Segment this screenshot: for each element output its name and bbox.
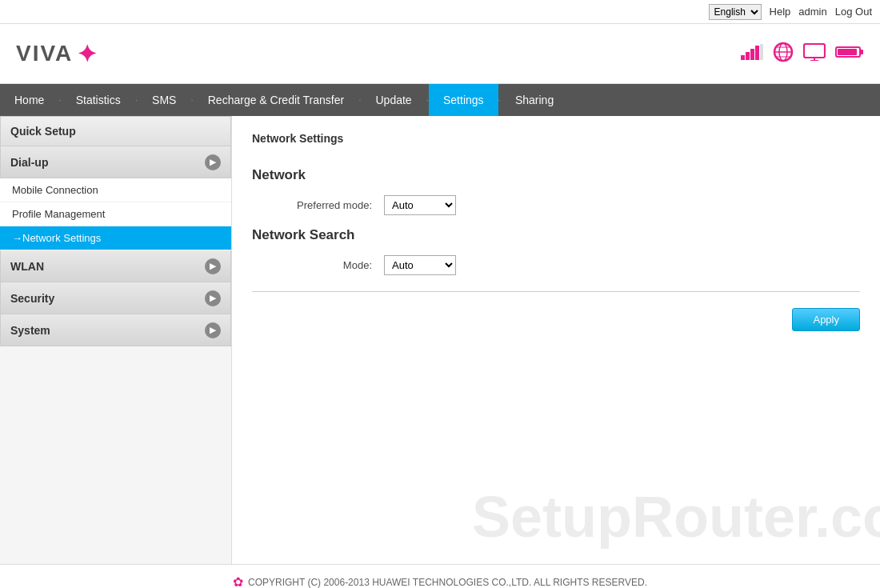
system-arrow-icon: ▶ — [205, 322, 221, 338]
header-icons — [741, 42, 864, 66]
signal-icon — [741, 44, 763, 64]
wlan-arrow-icon: ▶ — [205, 258, 221, 274]
main-nav: Home · Statistics · SMS · Recharge & Cre… — [0, 84, 880, 116]
main-layout: Quick Setup Dial-up ▶ Mobile Connection … — [0, 116, 880, 564]
network-search-heading: Network Search — [252, 227, 860, 243]
language-selector[interactable]: English — [709, 4, 762, 20]
svg-rect-1 — [746, 52, 750, 60]
quick-setup-section[interactable]: Quick Setup — [0, 116, 231, 146]
nav-statistics[interactable]: Statistics — [62, 84, 135, 116]
sidebar-item-mobile-connection[interactable]: Mobile Connection — [0, 178, 231, 202]
svg-rect-0 — [741, 55, 745, 60]
apply-button[interactable]: Apply — [792, 308, 860, 331]
svg-rect-15 — [838, 49, 857, 55]
nav-recharge[interactable]: Recharge & Credit Transfer — [194, 84, 358, 116]
footer: ✿ COPYRIGHT (C) 2006-2013 HUAWEI TECHNOL… — [0, 564, 880, 588]
sidebar-section-wlan[interactable]: WLAN ▶ — [0, 250, 231, 282]
sidebar-section-security[interactable]: Security ▶ — [0, 282, 231, 314]
footer-flower-icon: ✿ — [233, 574, 243, 588]
mode-row: Mode: Auto Manual — [252, 255, 860, 275]
security-arrow-icon: ▶ — [205, 290, 221, 306]
footer-text: COPYRIGHT (C) 2006-2013 HUAWEI TECHNOLOG… — [248, 577, 647, 588]
preferred-mode-select[interactable]: Auto 2G only 3G only 3G preferred 2G pre… — [384, 195, 456, 215]
top-bar: English Help admin Log Out — [0, 0, 880, 24]
nav-update[interactable]: Update — [362, 84, 426, 116]
dialup-subitems: Mobile Connection Profile Management →Ne… — [0, 178, 231, 250]
svg-rect-4 — [760, 44, 763, 60]
header: VIVA ✦ — [0, 24, 880, 84]
sidebar-section-system[interactable]: System ▶ — [0, 314, 231, 346]
svg-rect-2 — [750, 49, 754, 60]
svg-rect-14 — [860, 50, 863, 54]
logo-star: ✦ — [77, 40, 97, 68]
preferred-mode-label: Preferred mode: — [252, 199, 372, 211]
monitor-icon — [803, 43, 826, 65]
dialup-arrow-icon: ▶ — [205, 154, 221, 170]
mode-label: Mode: — [252, 259, 372, 271]
watermark: SetupRouter.com — [472, 484, 880, 550]
battery-icon — [835, 45, 864, 63]
divider — [252, 291, 860, 292]
apply-row: Apply — [252, 308, 860, 331]
nav-settings[interactable]: Settings — [429, 84, 498, 116]
svg-rect-3 — [755, 46, 759, 60]
nav-sms[interactable]: SMS — [138, 84, 190, 116]
sidebar: Quick Setup Dial-up ▶ Mobile Connection … — [0, 116, 232, 564]
logout-link[interactable]: Log Out — [835, 6, 872, 18]
globe-icon — [773, 42, 794, 66]
nav-home[interactable]: Home — [0, 84, 58, 116]
preferred-mode-row: Preferred mode: Auto 2G only 3G only 3G … — [252, 195, 860, 215]
content-title: Network Settings — [252, 132, 860, 151]
main-content: Network Settings Network Preferred mode:… — [232, 116, 880, 564]
nav-sharing[interactable]: Sharing — [501, 84, 568, 116]
language-dropdown[interactable]: English — [709, 4, 762, 20]
sidebar-item-profile-management[interactable]: Profile Management — [0, 202, 231, 226]
svg-rect-10 — [804, 44, 825, 58]
sidebar-section-dialup[interactable]: Dial-up ▶ — [0, 146, 231, 178]
logo-text: VIVA — [16, 41, 73, 66]
admin-label: admin — [798, 6, 826, 18]
logo: VIVA ✦ — [16, 40, 97, 68]
mode-select[interactable]: Auto Manual — [384, 255, 456, 275]
help-link[interactable]: Help — [770, 6, 791, 18]
sidebar-item-network-settings[interactable]: →Network Settings — [0, 226, 231, 250]
network-heading: Network — [252, 167, 860, 183]
